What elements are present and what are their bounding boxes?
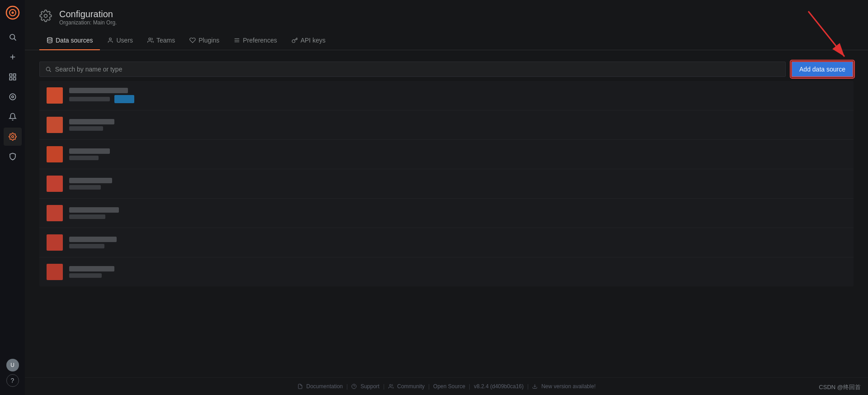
page-header: Configuration Organization: Main Org. [25,0,868,26]
datasource-name [69,88,128,93]
tab-users[interactable]: Users [100,33,140,50]
datasource-info [69,119,846,131]
tab-apikeys-label: API keys [301,37,326,44]
sidebar-item-help[interactable]: ? [6,374,19,387]
svg-point-13 [11,136,14,138]
svg-line-22 [49,71,51,72]
tab-teams[interactable]: Teams [140,33,182,50]
apikeys-tab-icon [292,37,298,43]
datasource-name [69,237,117,242]
svg-rect-9 [9,78,12,80]
svg-line-4 [14,38,16,40]
download-icon [532,384,538,389]
configuration-icon [39,10,52,25]
datasource-row[interactable] [39,199,854,228]
datasource-name [69,119,114,124]
sidebar-item-alerts[interactable] [4,108,22,126]
datasource-row1-extra [69,95,846,103]
datasource-info [69,178,846,190]
page-header-text: Configuration Organization: Main Org. [59,9,117,26]
page-title: Configuration [59,9,117,19]
svg-point-27 [389,385,391,386]
svg-point-2 [11,12,14,14]
sidebar-item-add[interactable] [4,48,22,66]
teams-tab-icon [147,37,154,43]
support-icon [351,384,357,389]
community-icon [388,384,394,389]
sidebar-bottom: U ? [6,359,19,391]
svg-point-15 [47,38,52,39]
datasource-name [69,178,112,183]
footer-opensource[interactable]: Open Source [433,383,465,390]
tab-teams-label: Teams [156,37,175,44]
svg-point-17 [149,38,151,40]
tab-apikeys[interactable]: API keys [284,33,333,50]
datasource-thumb [47,176,63,192]
svg-point-11 [9,94,16,100]
footer-support[interactable]: Support [360,383,379,390]
tab-preferences-label: Preferences [243,37,277,44]
datasource-name [69,207,119,213]
datasource-info [69,88,846,103]
datasource-thumb [47,205,63,221]
users-tab-icon [107,37,113,43]
datasource-row[interactable] [39,110,854,140]
datasource-row[interactable] [39,81,854,110]
sidebar-item-shield[interactable] [4,148,22,166]
datasource-info [69,148,846,160]
watermark: CSDN @终回首 [819,383,861,391]
svg-point-12 [11,96,14,98]
datasource-row[interactable] [39,140,854,169]
svg-point-3 [10,34,15,39]
svg-rect-10 [13,78,15,80]
svg-point-16 [109,38,112,40]
footer-community[interactable]: Community [397,383,425,390]
docs-icon [297,384,303,389]
footer-newversion[interactable]: New version available! [541,383,595,390]
preferences-tab-icon [234,37,240,43]
datasources-tab-icon [47,37,53,43]
svg-point-21 [46,67,50,71]
datasource-row[interactable] [39,257,854,286]
page-subtitle: Organization: Main Org. [59,19,117,26]
datasource-thumb [47,146,63,162]
tab-preferences[interactable]: Preferences [226,33,284,50]
sidebar-item-configuration[interactable] [4,128,22,146]
datasource-badge [114,95,134,103]
tab-datasources-label: Data sources [56,37,93,44]
avatar[interactable]: U [6,359,19,371]
sidebar-item-explore[interactable] [4,88,22,106]
svg-rect-7 [9,74,12,76]
datasource-row[interactable] [39,228,854,257]
add-datasource-button[interactable]: Add data source [791,61,854,77]
tab-datasources[interactable]: Data sources [39,33,100,50]
tab-plugins[interactable]: Plugins [182,33,226,50]
datasource-thumb [47,264,63,280]
sidebar-item-search[interactable] [4,28,22,46]
datasource-info [69,266,846,278]
svg-rect-8 [13,74,15,76]
datasource-thumb [47,87,63,104]
datasource-name [69,266,114,271]
search-icon [45,66,52,72]
toolbar: Add data source [39,61,854,77]
datasource-row[interactable] [39,169,854,199]
footer-version: v8.2.4 (d409b0ca16) [474,383,524,390]
tab-plugins-label: Plugins [198,37,219,44]
datasource-list [39,81,854,286]
app-logo[interactable] [5,5,20,20]
sidebar: U ? [0,0,25,395]
footer: Documentation | Support | Community | Op… [25,377,868,395]
svg-point-14 [44,14,47,18]
datasource-thumb [47,117,63,133]
content-area: Add data source [25,50,868,377]
add-datasource-container: Add data source [791,61,854,77]
datasource-name [69,148,110,154]
sidebar-item-dashboards[interactable] [4,68,22,86]
search-box[interactable] [39,62,786,77]
footer-docs[interactable]: Documentation [307,383,343,390]
datasource-info [69,237,846,248]
search-input[interactable] [55,66,780,73]
datasource-thumb [47,234,63,251]
tab-users-label: Users [116,37,133,44]
